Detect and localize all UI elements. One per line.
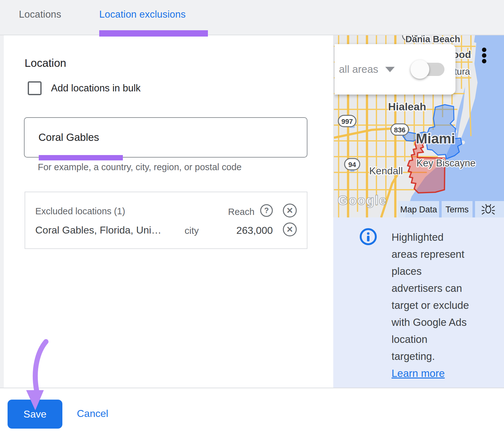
excluded-location-name: Coral Gables, Florida, Uni… bbox=[35, 224, 161, 236]
learn-more-link[interactable]: Learn more bbox=[392, 365, 469, 382]
map-data-link: Map Data bbox=[400, 205, 437, 214]
legend-line: advertisers can bbox=[392, 280, 469, 297]
legend-line: places bbox=[392, 263, 469, 280]
label-miami: Miami bbox=[416, 131, 455, 146]
toggle-knob bbox=[410, 60, 429, 79]
shield-997: 997 bbox=[341, 118, 353, 125]
tab-bar bbox=[0, 0, 504, 35]
legend-line: with Google Ads bbox=[392, 314, 469, 331]
tab-locations[interactable]: Locations bbox=[19, 9, 61, 20]
map-preview[interactable]: 818 997 836 94 Dania Beach wood entura H… bbox=[333, 35, 504, 217]
footer-divider bbox=[0, 388, 504, 388]
map-legend-panel: Highlighted areas represent places adver… bbox=[333, 217, 504, 388]
location-section-title: Location bbox=[25, 57, 66, 69]
remove-exclusion-icon[interactable]: ✕ bbox=[283, 222, 297, 236]
reach-column-header: Reach bbox=[228, 207, 255, 217]
info-icon bbox=[359, 228, 377, 246]
label-dania-beach: Dania Beach bbox=[405, 35, 460, 44]
chevron-down-icon[interactable] bbox=[385, 67, 395, 72]
excluded-location-reach: 263,000 bbox=[226, 225, 273, 236]
map-attribution: Map Data Terms bbox=[398, 201, 504, 217]
legend-line: areas represent bbox=[392, 246, 469, 263]
annotation-tab-underline bbox=[99, 30, 208, 37]
legend-line: location bbox=[392, 331, 469, 348]
reach-help-icon[interactable]: ? bbox=[260, 204, 273, 217]
location-input-helper-text: For example, a country, city, region, or… bbox=[38, 162, 242, 172]
annotation-input-underline bbox=[39, 155, 123, 160]
excluded-locations-table: Excluded locations (1) Reach ? ✕ Coral G… bbox=[25, 192, 307, 249]
excluded-location-type: city bbox=[185, 225, 199, 236]
tab-location-exclusions[interactable]: Location exclusions bbox=[99, 9, 186, 20]
legend-line: Highlighted bbox=[392, 229, 469, 246]
area-visibility-toggle[interactable] bbox=[412, 63, 444, 76]
google-watermark: Google bbox=[338, 193, 387, 208]
shield-836: 836 bbox=[394, 126, 406, 134]
cancel-button[interactable]: Cancel bbox=[77, 408, 108, 419]
location-search-input[interactable] bbox=[24, 117, 307, 158]
shield-94: 94 bbox=[348, 161, 356, 169]
bulk-locations-checkbox-label: Add locations in bulk bbox=[51, 83, 140, 94]
label-hialeah: Hialeah bbox=[388, 101, 426, 113]
remove-all-exclusions-icon[interactable]: ✕ bbox=[283, 204, 297, 217]
bulk-locations-checkbox[interactable] bbox=[28, 81, 42, 95]
legend-line: targeting. bbox=[392, 348, 469, 365]
terms-link: Terms bbox=[445, 205, 469, 214]
legend-line: target or exclude bbox=[392, 297, 469, 314]
vertical-ellipsis-icon bbox=[482, 48, 486, 63]
legend-text: Highlighted areas represent places adver… bbox=[392, 229, 469, 382]
location-exclusions-dialog: Locations Location exclusions Location A… bbox=[0, 0, 504, 439]
excluded-locations-header: Excluded locations (1) bbox=[35, 206, 125, 217]
label-kendall: Kendall bbox=[369, 165, 403, 176]
save-button[interactable]: Save bbox=[8, 400, 62, 429]
left-gutter bbox=[0, 35, 4, 388]
map-area-filter-card: all areas bbox=[335, 44, 455, 95]
label-key-biscayne: Key Biscayne bbox=[416, 158, 476, 169]
area-filter-dropdown[interactable]: all areas bbox=[339, 63, 378, 75]
